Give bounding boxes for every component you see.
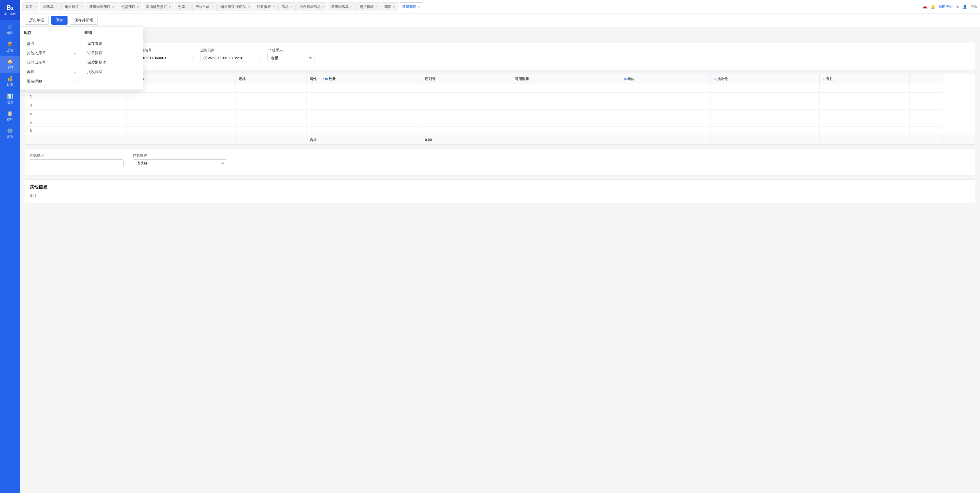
tab-new-transfer[interactable]: 新增调拨 × <box>399 2 423 11</box>
cell-attr[interactable] <box>307 84 320 93</box>
settlement-label: 结算账户 <box>133 153 227 158</box>
col-attr: 属性 <box>307 74 320 84</box>
plus-icon: + <box>74 60 76 65</box>
col-spec: 规格 <box>235 74 307 84</box>
table-row: 4 <box>25 110 975 118</box>
dropdown-right-title: 查询 <box>84 30 140 37</box>
dropdown-item-batch-track[interactable]: 批次跟踪 <box>84 67 140 76</box>
tab-close-transfer[interactable]: × <box>393 5 395 8</box>
cell-note[interactable] <box>819 84 909 93</box>
settlement-field: 结算账户 请选择 <box>133 153 227 167</box>
sidebar-item-settings[interactable]: ⚙️ 设置 <box>0 125 20 142</box>
cell-batch[interactable] <box>711 84 820 93</box>
sidebar-item-label: 进货 <box>6 48 13 53</box>
handler-select[interactable]: 老板 <box>267 54 315 62</box>
dropdown-left-title: 库存 <box>24 30 79 37</box>
tab-new-sales-order[interactable]: 新增销售预订 × <box>86 2 117 11</box>
tab-sales-order-product[interactable]: 销售预订-按商品 × <box>217 2 253 11</box>
col-qty: * ⊞ 数量 <box>320 74 422 84</box>
tab-transfer[interactable]: 调拨 × <box>381 2 398 11</box>
other-fee-input[interactable] <box>30 159 124 167</box>
tab-warehouse[interactable]: 仓库 × <box>175 2 192 11</box>
tab-close-sales-order[interactable]: × <box>80 5 82 8</box>
tab-combo-new-product[interactable]: 组合新增商品 × <box>296 2 327 11</box>
tab-close-sales[interactable]: × <box>56 5 57 8</box>
tab-home[interactable]: 首页 × <box>22 2 39 11</box>
cell-unit[interactable] <box>620 84 711 93</box>
dropdown-item-expiry-batch[interactable]: 保质期批次 <box>84 58 140 67</box>
sidebar: B₂ 不二掌柜 🛒 销售 📦 进货 🏠 库存 💰 财务 📊 报表 📋 资料 ⚙️… <box>0 0 20 493</box>
sidebar-item-data[interactable]: 📋 资料 <box>0 108 20 125</box>
product-table: 序 条形码 商品名称 规格 属性 * ⊞ 数量 序列号 <box>25 74 975 145</box>
header: 首页 × 销售单 × 销售预订 × 新增销售预订 × 进货预订 × 新增进货预订… <box>20 0 980 13</box>
dropdown-item-stock-query[interactable]: 库存查询 <box>84 39 140 48</box>
logo-text: B₂ <box>6 4 14 11</box>
tab-close-product[interactable]: × <box>290 5 292 8</box>
dropdown-item-order-track[interactable]: 订单跟踪 <box>84 48 140 58</box>
tab-close-new-sales[interactable]: × <box>350 5 352 8</box>
tab-receivable[interactable]: 应收欠款 × <box>192 2 216 11</box>
tab-new-sales[interactable]: 新增销售单 × <box>328 2 356 11</box>
cell-serial[interactable] <box>422 84 512 93</box>
batch-edit-icon: ⊞ <box>714 77 716 81</box>
refresh-icon[interactable]: ↻ <box>956 5 959 9</box>
tab-new-purchase-order[interactable]: 新增进货预订 × <box>143 2 174 11</box>
cell-spec[interactable] <box>235 84 307 93</box>
save-new-button[interactable]: 保存并新增 <box>70 16 98 25</box>
cell-available <box>512 84 620 93</box>
sidebar-item-report[interactable]: 📊 报表 <box>0 91 20 108</box>
date-input-wrap: 🕐 <box>200 54 261 62</box>
tab-close-purchase-report[interactable]: × <box>375 5 377 8</box>
inventory-dropdown: 库存 盘点 + 其他入库单 + 其他出库单 + 调拨 + 组装拆卸 + <box>20 26 143 90</box>
tab-close-sales-order-product[interactable]: × <box>248 5 250 8</box>
tab-product[interactable]: 商品 × <box>278 2 295 11</box>
sidebar-item-label: 财务 <box>6 83 13 87</box>
dropdown-item-transfer[interactable]: 调拨 + <box>24 67 79 76</box>
tab-sales-report[interactable]: 销售报表 × <box>254 2 278 11</box>
tab-close-new-sales-order[interactable]: × <box>112 5 114 8</box>
notification-icon[interactable]: 🔔 <box>931 5 935 9</box>
col-note: ⊞ 备注 <box>819 74 909 84</box>
tab-close-new-transfer[interactable]: × <box>418 5 420 8</box>
note-field: 备注 <box>30 193 970 198</box>
logo-subtitle: 不二掌柜 <box>4 12 16 16</box>
save-button[interactable]: 保存 <box>51 16 67 25</box>
other-fee-label: 其他费用 <box>30 153 124 158</box>
total-label: 合计 <box>307 135 320 145</box>
tab-close-new-purchase-order[interactable]: × <box>169 5 170 8</box>
plus-icon: + <box>74 79 76 84</box>
help-link[interactable]: 帮助中心 <box>939 4 953 9</box>
sidebar-item-label: 报表 <box>6 100 13 105</box>
table-row: 2 <box>25 93 975 101</box>
tab-sales[interactable]: 销售单 × <box>40 2 60 11</box>
sidebar-item-finance[interactable]: 💰 财务 <box>0 73 20 91</box>
tab-purchase-order[interactable]: 进货预订 × <box>118 2 142 11</box>
settlement-select[interactable]: 请选择 <box>133 159 227 167</box>
tab-close-warehouse[interactable]: × <box>187 5 188 8</box>
dropdown-item-other-out[interactable]: 其他出库单 + <box>24 58 79 67</box>
tab-close-combo-new-product[interactable]: × <box>322 5 324 8</box>
sidebar-item-purchase[interactable]: 📦 进货 <box>0 38 20 56</box>
dropdown-right-col: 查询 库存查询 订单跟踪 保质期批次 批次跟踪 <box>84 30 140 86</box>
cell-qty[interactable] <box>320 84 422 93</box>
other-info-title: 其他信息 <box>30 184 970 190</box>
dropdown-item-other-in[interactable]: 其他入库单 + <box>24 48 79 58</box>
tab-close-sales-report[interactable]: × <box>273 5 275 8</box>
dropdown-item-stocktake[interactable]: 盘点 + <box>24 39 79 48</box>
note-edit-icon: ⊞ <box>822 77 825 81</box>
dropdown-cols: 库存 盘点 + 其他入库单 + 其他出库单 + 调拨 + 组装拆卸 + <box>24 30 140 86</box>
doc-number-input[interactable] <box>138 54 194 62</box>
tab-sales-order[interactable]: 销售预订 × <box>61 2 86 11</box>
sidebar-item-inventory[interactable]: 🏠 库存 <box>0 56 20 73</box>
tab-purchase-report[interactable]: 进货报表 × <box>356 2 380 11</box>
dropdown-item-disassemble[interactable]: 组装拆卸 + <box>24 76 79 86</box>
tab-close-home[interactable]: × <box>34 5 36 8</box>
doc-number-field: 单据编号 <box>138 48 194 62</box>
tab-close-purchase-order[interactable]: × <box>137 5 139 8</box>
business-date-input[interactable] <box>200 54 261 62</box>
sidebar-item-label: 设置 <box>6 134 13 139</box>
sidebar-item-sales[interactable]: 🛒 销售 <box>0 21 20 38</box>
tab-close-receivable[interactable]: × <box>212 5 213 8</box>
toolbar: 历史单据 保存 保存并新增 <box>20 13 980 27</box>
history-button[interactable]: 历史单据 <box>25 16 49 25</box>
